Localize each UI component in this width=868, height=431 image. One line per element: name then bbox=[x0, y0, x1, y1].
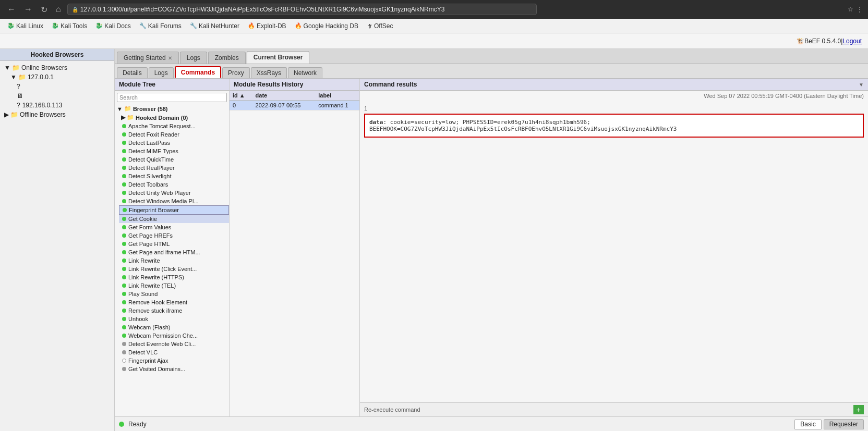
sidebar-item-question[interactable]: ? bbox=[15, 82, 112, 91]
command-results-header: Command results bbox=[364, 81, 417, 88]
module-item-get-cookie[interactable]: Get Cookie bbox=[119, 215, 229, 223]
module-item-link-rewrite[interactable]: Link Rewrite bbox=[119, 256, 229, 265]
close-getting-started-button[interactable]: ✕ bbox=[168, 55, 172, 61]
status-indicator bbox=[119, 422, 124, 427]
row-label: command 1 bbox=[315, 101, 359, 110]
nav-refresh-button[interactable]: ↻ bbox=[39, 4, 50, 16]
collapse-button[interactable]: ▼ bbox=[859, 82, 864, 88]
tab-logs-sub-label: Logs bbox=[154, 69, 168, 77]
module-item-page-iframe[interactable]: Get Page and iframe HTM... bbox=[119, 248, 229, 256]
tab-xssrays[interactable]: XssRays bbox=[251, 67, 287, 78]
module-item-page-hrefs[interactable]: Get Page HREFs bbox=[119, 231, 229, 240]
bookmark-kali-forums[interactable]: 🔧 Kali Forums bbox=[136, 21, 185, 31]
module-item-apache[interactable]: Apache Tomcat Request... bbox=[119, 122, 229, 130]
tab-commands[interactable]: Commands bbox=[175, 66, 221, 78]
bookmark-exploit-db[interactable]: 🔥 Exploit-DB bbox=[245, 21, 290, 31]
module-item-form-values[interactable]: Get Form Values bbox=[119, 223, 229, 231]
module-item-lastpass[interactable]: Detect LastPass bbox=[119, 139, 229, 147]
offsec-icon: 🗡 bbox=[367, 23, 372, 29]
module-item-remove-iframe[interactable]: Remove stuck iframe bbox=[119, 306, 229, 315]
nav-home-button[interactable]: ⌂ bbox=[54, 4, 63, 15]
bookmark-icon[interactable]: ☆ bbox=[848, 6, 853, 13]
bookmark-kali-tools[interactable]: 🐉 Kali Tools bbox=[49, 21, 90, 31]
module-item-webcam-flash[interactable]: Webcam (Flash) bbox=[119, 323, 229, 331]
col-label[interactable]: label bbox=[315, 91, 359, 101]
tab-logs-sub[interactable]: Logs bbox=[149, 67, 174, 78]
module-item-evernote[interactable]: Detect Evernote Web Cli... bbox=[119, 340, 229, 348]
logout-link[interactable]: Logout bbox=[842, 38, 862, 45]
sidebar-item-monitor[interactable]: 🖥 bbox=[15, 91, 112, 101]
tab-proxy-label: Proxy bbox=[228, 69, 244, 77]
nav-forward-button[interactable]: → bbox=[22, 4, 34, 15]
module-folder-browser[interactable]: ▼ 📁 Browser (58) bbox=[115, 104, 229, 113]
module-item-remove-hook[interactable]: Remove Hook Element bbox=[119, 298, 229, 306]
triangle-icon-sub: ▼ bbox=[10, 73, 17, 81]
sidebar-item-ip-main[interactable]: ▼ 📁 127.0.0.1 bbox=[8, 72, 112, 82]
remove-iframe-status-dot bbox=[122, 309, 126, 313]
get-visited-status-dot bbox=[122, 367, 126, 371]
module-item-play-sound[interactable]: Play Sound bbox=[119, 290, 229, 298]
search-input[interactable] bbox=[117, 93, 227, 102]
tab-zombies[interactable]: Zombies bbox=[208, 52, 246, 64]
tab-basic[interactable]: Basic bbox=[794, 419, 821, 429]
tab-getting-started[interactable]: Getting Started ✕ bbox=[117, 52, 179, 64]
bookmark-kali-docs[interactable]: 🐉 Kali Docs bbox=[92, 21, 134, 31]
bookmark-kali-nethunter[interactable]: 🔧 Kali NetHunter bbox=[187, 21, 243, 31]
kali-linux-icon: 🐉 bbox=[7, 22, 15, 29]
tab-requester[interactable]: Requester bbox=[824, 419, 864, 429]
module-item-link-rewrite-tel[interactable]: Link Rewrite (TEL) bbox=[119, 281, 229, 290]
webcam-flash-label: Webcam (Flash) bbox=[128, 324, 170, 330]
module-folder-hooked-domain[interactable]: ▶ 📁 Hooked Domain (0) bbox=[119, 113, 229, 122]
sidebar-item-question2[interactable]: ? 192.168.0.113 bbox=[15, 101, 112, 110]
col-date[interactable]: date bbox=[252, 91, 316, 101]
table-row[interactable]: 0 2022-09-07 00:55 command 1 bbox=[230, 101, 359, 110]
sidebar-item-online-browsers[interactable]: ▼ 📁 Online Browsers bbox=[2, 63, 112, 72]
tab-logs-label: Logs bbox=[187, 54, 200, 61]
module-item-silverlight[interactable]: Detect Silverlight bbox=[119, 172, 229, 180]
module-item-page-html[interactable]: Get Page HTML bbox=[119, 240, 229, 248]
module-item-fingerprint-ajax[interactable]: Fingerprint Ajax bbox=[119, 356, 229, 365]
module-item-mime[interactable]: Detect MIME Types bbox=[119, 147, 229, 155]
foxit-status-dot bbox=[122, 132, 126, 137]
mime-status-dot bbox=[122, 149, 126, 153]
menu-icon[interactable]: ⋮ bbox=[857, 6, 863, 13]
tab-details[interactable]: Details bbox=[117, 67, 148, 78]
module-item-webcam-permission[interactable]: Webcam Permission Che... bbox=[119, 331, 229, 340]
bookmark-offsec[interactable]: 🗡 OffSec bbox=[364, 21, 396, 31]
quicktime-label: Detect QuickTime bbox=[128, 156, 174, 163]
module-item-unity[interactable]: Detect Unity Web Player bbox=[119, 189, 229, 197]
lastpass-label: Detect LastPass bbox=[128, 140, 170, 146]
folder-hooked-icon: 📁 bbox=[127, 114, 134, 121]
module-item-windows-media[interactable]: Detect Windows Media Pl... bbox=[119, 197, 229, 205]
vlc-status-dot bbox=[122, 350, 126, 354]
evernote-status-dot bbox=[122, 342, 126, 346]
re-execute-bar: Re-execute command + bbox=[360, 402, 868, 416]
module-item-vlc[interactable]: Detect VLC bbox=[119, 348, 229, 356]
link-rewrite-click-status-dot bbox=[122, 267, 126, 271]
row-num: 1 bbox=[364, 105, 864, 112]
module-item-link-rewrite-click[interactable]: Link Rewrite (Click Event... bbox=[119, 265, 229, 273]
col-id[interactable]: id ▲ bbox=[230, 91, 252, 101]
module-item-unhook[interactable]: Unhook bbox=[119, 315, 229, 323]
link-rewrite-https-status-dot bbox=[122, 275, 126, 279]
module-item-realplayer[interactable]: Detect RealPlayer bbox=[119, 164, 229, 172]
mime-label: Detect MIME Types bbox=[128, 148, 178, 154]
sidebar-item-offline-browsers[interactable]: ▶ 📁 Offline Browsers bbox=[2, 110, 112, 119]
module-item-quicktime[interactable]: Detect QuickTime bbox=[119, 155, 229, 164]
tab-network[interactable]: Network bbox=[288, 67, 322, 78]
tab-proxy[interactable]: Proxy bbox=[222, 67, 250, 78]
module-item-link-rewrite-https[interactable]: Link Rewrite (HTTPS) bbox=[119, 273, 229, 281]
re-execute-label: Re-execute command bbox=[364, 407, 420, 413]
nav-back-button[interactable]: ← bbox=[5, 4, 18, 15]
add-button[interactable]: + bbox=[853, 405, 864, 414]
tab-logs[interactable]: Logs bbox=[180, 52, 207, 64]
bookmark-kali-linux[interactable]: 🐉 Kali Linux bbox=[4, 21, 46, 31]
module-item-foxit[interactable]: Detect Foxit Reader bbox=[119, 130, 229, 139]
bookmark-google-hacking-db[interactable]: 🔥 Google Hacking DB bbox=[292, 21, 361, 31]
module-item-toolbars[interactable]: Detect Toolbars bbox=[119, 180, 229, 189]
module-item-fingerprint[interactable]: Fingerprint Browser bbox=[119, 205, 229, 215]
module-item-get-visited[interactable]: Get Visited Domains... bbox=[119, 365, 229, 373]
kali-docs-icon: 🐉 bbox=[95, 22, 103, 29]
address-bar[interactable]: 🔒 127.0.0.1:3000/ui/panel#id=COG7ZVoTcpH… bbox=[67, 4, 537, 15]
tab-current-browser[interactable]: Current Browser bbox=[247, 51, 310, 64]
